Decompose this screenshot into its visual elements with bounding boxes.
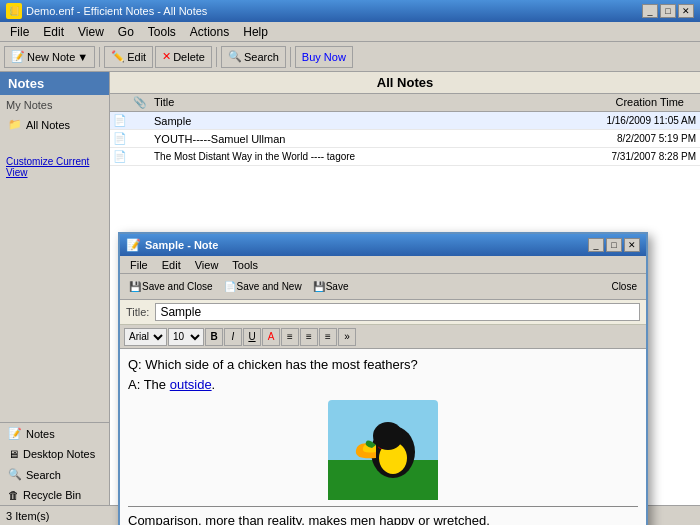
- menu-edit[interactable]: Edit: [37, 24, 70, 40]
- close-btn[interactable]: ✕: [678, 4, 694, 18]
- row-icon: 📄: [110, 130, 130, 147]
- note-menu-view[interactable]: View: [189, 258, 225, 272]
- sidebar-item-recycle-bin[interactable]: 🗑 Recycle Bin: [0, 485, 109, 505]
- underline-button[interactable]: U: [243, 328, 261, 346]
- note-menu-edit[interactable]: Edit: [156, 258, 187, 272]
- row-creation: 8/2/2007 5:19 PM: [570, 131, 700, 146]
- note-title-row: Title:: [120, 300, 646, 325]
- buy-now-button[interactable]: Buy Now: [295, 46, 353, 68]
- more-format-button[interactable]: »: [338, 328, 356, 346]
- folder-icon: 📁: [8, 118, 22, 131]
- toolbar-separator-1: [99, 47, 100, 67]
- maximize-btn[interactable]: □: [660, 4, 676, 18]
- save-close-button[interactable]: 💾 Save and Close: [124, 277, 218, 297]
- sidebar-item-notes[interactable]: 📝 Notes: [0, 423, 109, 444]
- status-text: 3 Item(s): [6, 510, 49, 522]
- title-label: Title:: [126, 306, 149, 318]
- toucan-image: [328, 400, 438, 500]
- row-creation: 1/16/2009 11:05 AM: [570, 113, 700, 128]
- menu-view[interactable]: View: [72, 24, 110, 40]
- search-label: Search: [244, 51, 279, 63]
- note-close-btn[interactable]: ✕: [624, 238, 640, 252]
- recycle-bin-label: Recycle Bin: [23, 489, 81, 501]
- delete-icon: ✕: [162, 50, 171, 63]
- close-note-button[interactable]: Close: [606, 277, 642, 297]
- col-title-header[interactable]: Title: [150, 94, 558, 111]
- table-header: 📎 Title Creation Time: [110, 94, 700, 112]
- qa-question: Q: Which side of a chicken has the most …: [128, 355, 638, 375]
- menu-go[interactable]: Go: [112, 24, 140, 40]
- answer-link[interactable]: outside: [170, 377, 212, 392]
- search-nav-label: Search: [26, 469, 61, 481]
- qa-answer: A: The outside.: [128, 375, 638, 395]
- new-note-button[interactable]: 📝 New Note ▼: [4, 46, 95, 68]
- table-row[interactable]: 📄 The Most Distant Way in the World ----…: [110, 148, 700, 166]
- menu-file[interactable]: File: [4, 24, 35, 40]
- all-notes-label: All Notes: [26, 119, 70, 131]
- font-family-select[interactable]: Arial: [124, 328, 167, 346]
- menu-tools[interactable]: Tools: [142, 24, 182, 40]
- note-menu-file[interactable]: File: [124, 258, 154, 272]
- menu-help[interactable]: Help: [237, 24, 274, 40]
- sidebar-item-search[interactable]: 🔍 Search: [0, 464, 109, 485]
- edit-button[interactable]: ✏️ Edit: [104, 46, 153, 68]
- note-content-area[interactable]: Q: Which side of a chicken has the most …: [120, 349, 646, 525]
- scroll-spacer: [688, 94, 700, 111]
- recycle-bin-icon: 🗑: [8, 489, 19, 501]
- row-title: The Most Distant Way in the World ---- t…: [150, 149, 570, 164]
- window-controls[interactable]: _ □ ✕: [642, 4, 694, 18]
- row-icon: 📄: [110, 148, 130, 165]
- align-center-button[interactable]: ≡: [300, 328, 318, 346]
- menu-actions[interactable]: Actions: [184, 24, 235, 40]
- note-maximize-btn[interactable]: □: [606, 238, 622, 252]
- note-title-input[interactable]: [155, 303, 640, 321]
- minimize-btn[interactable]: _: [642, 4, 658, 18]
- italic-button[interactable]: I: [224, 328, 242, 346]
- quote1: Comparison, more than reality, makes men…: [128, 511, 638, 525]
- sidebar-bottom-nav: 📝 Notes 🖥 Desktop Notes 🔍 Search 🗑 Recyc…: [0, 422, 109, 505]
- bold-button[interactable]: B: [205, 328, 223, 346]
- search-button[interactable]: 🔍 Search: [221, 46, 286, 68]
- customize-view-link[interactable]: Customize Current View: [0, 154, 109, 180]
- align-left-button[interactable]: ≡: [281, 328, 299, 346]
- notes-list-title: All Notes: [110, 72, 700, 94]
- save-new-label: Save and New: [237, 281, 302, 292]
- note-menu-bar: File Edit View Tools: [120, 256, 646, 274]
- save-icon: 💾: [313, 281, 325, 292]
- search-icon: 🔍: [228, 50, 242, 63]
- note-minimize-btn[interactable]: _: [588, 238, 604, 252]
- dropdown-icon: ▼: [77, 51, 88, 63]
- delete-button[interactable]: ✕ Delete: [155, 46, 212, 68]
- align-right-button[interactable]: ≡: [319, 328, 337, 346]
- sidebar-header: Notes: [0, 72, 109, 95]
- table-row[interactable]: 📄 Sample 1/16/2009 11:05 AM: [110, 112, 700, 130]
- note-menu-tools[interactable]: Tools: [226, 258, 264, 272]
- col-icon-header: [110, 94, 130, 111]
- sidebar-item-all-notes[interactable]: 📁 All Notes: [0, 115, 109, 134]
- font-size-select[interactable]: 10: [168, 328, 204, 346]
- table-row[interactable]: 📄 YOUTH-----Samuel Ullman 8/2/2007 5:19 …: [110, 130, 700, 148]
- row-title: YOUTH-----Samuel Ullman: [150, 131, 570, 147]
- font-color-button[interactable]: A: [262, 328, 280, 346]
- save-new-button[interactable]: 📄 Save and New: [219, 277, 307, 297]
- note-window-controls[interactable]: _ □ ✕: [588, 238, 640, 252]
- row-icon: 📄: [110, 112, 130, 129]
- app-title: Demo.enf - Efficient Notes - All Notes: [26, 5, 207, 17]
- edit-label: Edit: [127, 51, 146, 63]
- main-layout: Notes My Notes 📁 All Notes Customize Cur…: [0, 72, 700, 505]
- note-window-title: Sample - Note: [145, 239, 218, 251]
- note-window: 📝 Sample - Note _ □ ✕ File Edit View Too…: [118, 232, 648, 525]
- buy-now-label: Buy Now: [302, 51, 346, 63]
- col-attach-header: 📎: [130, 94, 150, 111]
- row-creation: 7/31/2007 8:28 PM: [570, 149, 700, 164]
- sidebar-item-desktop-notes[interactable]: 🖥 Desktop Notes: [0, 444, 109, 464]
- desktop-notes-label: Desktop Notes: [23, 448, 95, 460]
- toolbar-separator-2: [216, 47, 217, 67]
- note-window-icon: 📝: [126, 238, 141, 252]
- note-image-container: [128, 400, 638, 500]
- row-attach: [130, 137, 150, 141]
- sidebar: Notes My Notes 📁 All Notes Customize Cur…: [0, 72, 110, 505]
- search-nav-icon: 🔍: [8, 468, 22, 481]
- row-title: Sample: [150, 113, 570, 129]
- save-button[interactable]: 💾 Save: [308, 277, 354, 297]
